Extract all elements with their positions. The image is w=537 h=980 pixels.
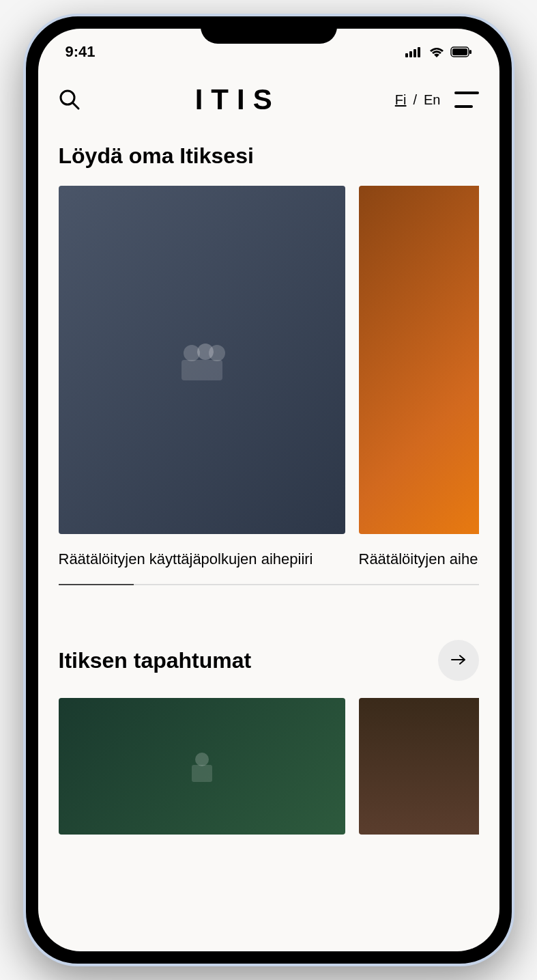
main-content: Löydä oma Itiksesi Rä: [38, 130, 499, 835]
svg-point-11: [209, 345, 225, 361]
svg-rect-3: [418, 47, 420, 57]
arrow-right-icon: [450, 654, 467, 668]
carousel-progress[interactable]: [59, 584, 479, 585]
svg-rect-1: [409, 51, 412, 57]
wifi-icon: [429, 46, 445, 57]
card-image: [59, 186, 345, 534]
discover-section-title: Löydä oma Itiksesi: [59, 143, 479, 169]
svg-rect-6: [469, 50, 471, 54]
event-card[interactable]: IRTOKARKIT: [359, 698, 479, 835]
card-image: [359, 186, 479, 534]
app-logo[interactable]: ITIS: [195, 83, 280, 116]
svg-rect-0: [405, 53, 408, 57]
card-caption: Räätälöityjen aihepiiri: [359, 548, 479, 570]
phone-screen: 9:41: [38, 29, 499, 951]
svg-point-16: [195, 753, 209, 766]
language-switcher: Fi / En: [395, 92, 441, 108]
discover-card[interactable]: Räätälöityjen aihepiiri: [359, 186, 479, 570]
events-arrow-button[interactable]: [438, 640, 479, 681]
header-right: Fi / En: [395, 92, 479, 108]
search-icon[interactable]: [59, 89, 81, 111]
card-caption: Räätälöityjen käyttäjäpolkujen aihepiiri: [59, 548, 345, 570]
events-section-header: Itiksen tapahtumat: [59, 640, 479, 681]
discover-carousel[interactable]: Räätälöityjen käyttäjäpolkujen aihepiiri…: [59, 186, 479, 570]
svg-rect-5: [452, 48, 467, 55]
discover-card[interactable]: Räätälöityjen käyttäjäpolkujen aihepiiri: [59, 186, 345, 570]
lang-en-button[interactable]: En: [424, 92, 440, 108]
status-icons: [405, 46, 472, 57]
lang-fi-button[interactable]: Fi: [395, 92, 407, 108]
phone-notch: [201, 16, 337, 44]
lang-divider: /: [413, 92, 417, 108]
event-image: IRTOKARKIT: [359, 698, 479, 835]
svg-rect-12: [182, 360, 222, 380]
events-section-title: Itiksen tapahtumat: [59, 648, 252, 673]
svg-rect-2: [413, 49, 416, 57]
app-header: ITIS Fi / En: [38, 70, 499, 130]
menu-icon[interactable]: [454, 92, 479, 108]
carousel-progress-bar: [59, 584, 134, 585]
battery-icon: [450, 46, 472, 57]
event-card[interactable]: [59, 698, 345, 835]
signal-icon: [405, 46, 423, 57]
status-time: 9:41: [66, 43, 96, 61]
event-image: [59, 698, 345, 835]
events-carousel[interactable]: IRTOKARKIT: [59, 698, 479, 835]
phone-frame: 9:41: [23, 14, 514, 966]
svg-rect-17: [192, 765, 212, 782]
svg-line-8: [73, 103, 78, 109]
